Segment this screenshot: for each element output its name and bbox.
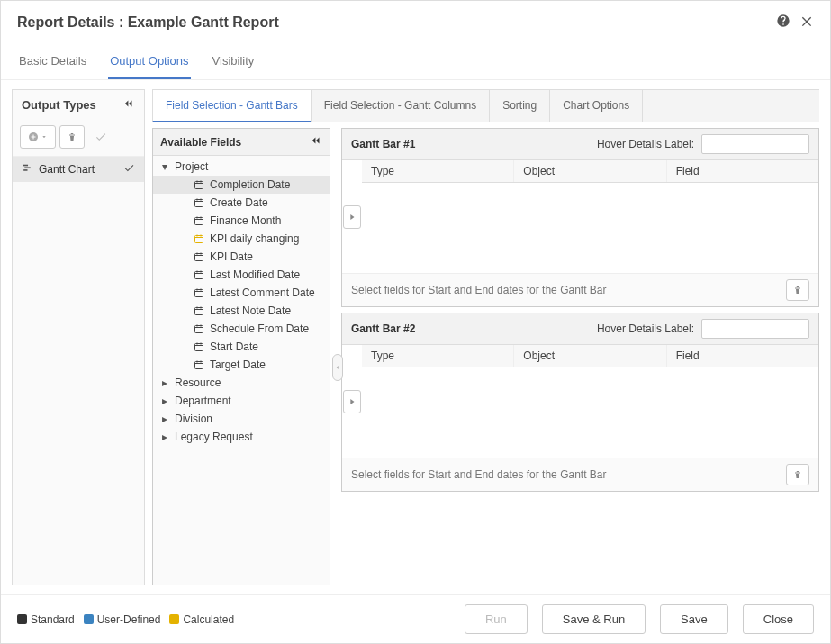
col-object: Object xyxy=(514,345,666,367)
svg-rect-12 xyxy=(194,326,203,333)
add-output-type-button[interactable] xyxy=(20,125,56,149)
gantt-chart-icon xyxy=(22,162,33,177)
tree-field-label: Start Date xyxy=(210,340,258,353)
gantt-bar-drop-area[interactable] xyxy=(362,183,818,273)
tree-group-department[interactable]: ▸Department xyxy=(153,392,330,410)
tree-field[interactable]: Last Modified Date xyxy=(153,266,330,284)
tree-field[interactable]: Finance Month xyxy=(153,212,330,230)
svg-rect-13 xyxy=(194,344,203,351)
tree-field[interactable]: Start Date xyxy=(153,338,330,356)
tree-group-label: Legacy Request xyxy=(175,431,253,443)
tree-field[interactable]: Create Date xyxy=(153,194,330,212)
gantt-bar-hint: Select fields for Start and End dates fo… xyxy=(351,284,607,296)
collapse-available-icon[interactable] xyxy=(310,134,322,150)
tree-group-label: Division xyxy=(175,413,212,425)
calendar-icon xyxy=(193,215,204,227)
col-field: Field xyxy=(667,160,818,182)
calendar-icon xyxy=(193,197,204,209)
tree-group-label: Resource xyxy=(175,376,221,389)
tree-field[interactable]: Target Date xyxy=(153,356,330,374)
run-button: Run xyxy=(465,604,528,634)
tree-field-label: Create Date xyxy=(210,196,268,209)
col-field: Field xyxy=(667,345,818,367)
tree-field-label: KPI Date xyxy=(210,250,253,263)
save-and-run-button[interactable]: Save & Run xyxy=(542,604,646,634)
col-type: Type xyxy=(362,345,514,367)
subtab-chart-options[interactable]: Chart Options xyxy=(549,90,643,122)
legend-user-defined: User-Defined xyxy=(84,613,161,626)
calendar-icon xyxy=(193,233,204,245)
tree-field-label: Latest Note Date xyxy=(210,304,291,317)
tree-field[interactable]: Latest Comment Date xyxy=(153,284,330,302)
collapse-panel-icon[interactable] xyxy=(122,97,135,113)
delete-output-type-button[interactable] xyxy=(59,125,85,149)
tab-visibility[interactable]: Visibility xyxy=(211,49,257,79)
calendar-icon xyxy=(193,269,204,281)
gantt-bar-title: Gantt Bar #1 xyxy=(351,138,415,150)
confirm-output-type-button[interactable] xyxy=(88,125,113,149)
delete-gantt-bar-button[interactable] xyxy=(786,279,809,301)
gantt-bar-title: Gantt Bar #2 xyxy=(351,322,415,335)
calendar-icon xyxy=(193,179,204,191)
tree-group-division[interactable]: ▸Division xyxy=(153,410,330,428)
tree-group-project[interactable]: ▾Project xyxy=(153,158,330,176)
hover-details-input[interactable] xyxy=(701,134,809,154)
svg-rect-5 xyxy=(194,200,203,207)
calendar-icon xyxy=(193,359,204,371)
tree-group-resource[interactable]: ▸Resource xyxy=(153,374,330,392)
hover-details-label: Hover Details Label: xyxy=(597,322,694,335)
tree-field[interactable]: Completion Date xyxy=(153,176,330,194)
tree-field-label: Schedule From Date xyxy=(210,322,309,335)
caret-down-icon: ▾ xyxy=(160,160,169,173)
close-button[interactable]: Close xyxy=(743,604,814,634)
output-type-gantt-chart[interactable]: Gantt Chart xyxy=(13,157,144,182)
available-fields-title: Available Fields xyxy=(160,136,241,149)
svg-rect-9 xyxy=(194,272,203,279)
tree-field-label: Target Date xyxy=(210,358,266,371)
add-field-arrow-button[interactable] xyxy=(343,390,361,413)
svg-rect-6 xyxy=(194,218,203,225)
save-button[interactable]: Save xyxy=(660,604,728,634)
output-types-title: Output Types xyxy=(22,98,96,112)
svg-rect-4 xyxy=(194,182,203,189)
subtab-gantt-columns[interactable]: Field Selection - Gantt Columns xyxy=(311,90,490,122)
col-type: Type xyxy=(362,160,514,182)
tree-field[interactable]: Schedule From Date xyxy=(153,320,330,338)
tree-field[interactable]: KPI Date xyxy=(153,248,330,266)
tree-field-label: Latest Comment Date xyxy=(210,286,315,299)
gantt-bar-hint: Select fields for Start and End dates fo… xyxy=(351,468,607,481)
gantt-bar-block: Gantt Bar #2Hover Details Label:TypeObje… xyxy=(341,313,819,492)
tree-field-label: KPI daily changing xyxy=(210,232,299,245)
svg-rect-3 xyxy=(23,169,27,171)
calendar-icon xyxy=(193,341,204,353)
output-type-label: Gantt Chart xyxy=(39,163,95,176)
add-field-arrow-button[interactable] xyxy=(343,205,361,229)
tree-field[interactable]: Latest Note Date xyxy=(153,302,330,320)
subtab-gantt-bars[interactable]: Field Selection - Gantt Bars xyxy=(152,90,312,122)
legend-standard: Standard xyxy=(17,613,75,626)
delete-gantt-bar-button[interactable] xyxy=(786,464,809,485)
tree-field[interactable]: KPI daily changing xyxy=(153,230,330,248)
subtab-sorting[interactable]: Sorting xyxy=(489,90,550,122)
svg-rect-14 xyxy=(194,362,203,369)
close-icon[interactable] xyxy=(799,14,814,31)
calendar-icon xyxy=(193,323,204,335)
svg-rect-8 xyxy=(194,254,203,261)
check-icon xyxy=(123,162,135,177)
hover-details-label: Hover Details Label: xyxy=(597,138,694,150)
hover-details-input[interactable] xyxy=(701,319,809,339)
gantt-bar-drop-area[interactable] xyxy=(362,367,818,458)
tab-basic-details[interactable]: Basic Details xyxy=(17,49,88,79)
tree-group-legacy[interactable]: ▸Legacy Request xyxy=(153,428,330,446)
gantt-bar-block: Gantt Bar #1Hover Details Label:TypeObje… xyxy=(341,128,819,307)
caret-right-icon: ▸ xyxy=(160,413,169,425)
tree-field-label: Finance Month xyxy=(210,214,281,227)
tree-field-label: Last Modified Date xyxy=(210,268,300,281)
tree-field-label: Completion Date xyxy=(210,178,290,191)
panel-resize-handle[interactable] xyxy=(332,354,343,381)
tab-output-options[interactable]: Output Options xyxy=(108,49,190,79)
available-fields-panel: Available Fields ▾ProjectCompletion Date… xyxy=(152,128,330,585)
help-icon[interactable] xyxy=(776,14,790,31)
legend-calculated: Calculated xyxy=(169,613,234,626)
calendar-icon xyxy=(193,287,204,299)
